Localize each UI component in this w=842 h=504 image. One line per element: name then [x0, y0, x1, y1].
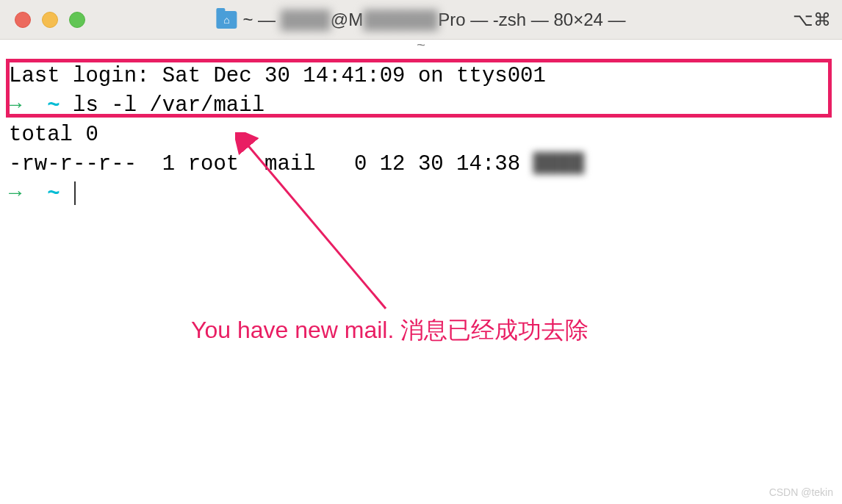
- watermark: CSDN @tekin: [769, 486, 833, 498]
- title-blurred-user: ████: [281, 10, 331, 30]
- ls-filename-blurred: ████: [533, 152, 585, 176]
- prompt-tilde-icon: ~: [47, 93, 60, 118]
- prompt-tilde-icon: ~: [47, 181, 60, 206]
- title-suffix: Pro — -zsh — 80×24 —: [438, 10, 625, 29]
- title-blurred-host: ██████: [363, 10, 438, 30]
- prompt-arrow-icon: →: [9, 93, 21, 118]
- last-login-line: Last login: Sat Dec 30 14:41:09 on ttys0…: [0, 62, 842, 91]
- title-prefix: ~ —: [242, 10, 276, 29]
- current-prompt-line[interactable]: → ~: [0, 179, 842, 209]
- terminal-window: ~ — ████@M██████Pro — -zsh — 80×24 — ⌥⌘ …: [0, 0, 842, 504]
- command-line-1: → ~ ls -l /var/mail: [0, 91, 842, 120]
- close-button[interactable]: [15, 12, 31, 28]
- minimize-button[interactable]: [42, 12, 58, 28]
- ls-permissions-output: -rw-r--r-- 1 root mail 0 12 30 14:38: [9, 152, 533, 176]
- keyboard-shortcut-hint: ⌥⌘: [793, 10, 831, 30]
- folder-icon: [216, 11, 237, 29]
- cursor: [74, 181, 76, 205]
- total-output-line: total 0: [0, 120, 842, 150]
- command-text: ls -l /var/mail: [73, 93, 265, 118]
- title-mid: @M: [331, 10, 363, 29]
- traffic-lights: [15, 12, 85, 28]
- terminal-content[interactable]: Last login: Sat Dec 30 14:41:09 on ttys0…: [0, 62, 842, 209]
- tab-indicator: ~: [417, 37, 425, 54]
- annotation-text: You have new mail. 消息已经成功去除: [191, 314, 589, 347]
- window-titlebar[interactable]: ~ — ████@M██████Pro — -zsh — 80×24 — ⌥⌘ …: [0, 0, 842, 40]
- window-title: ~ — ████@M██████Pro — -zsh — 80×24 —: [216, 10, 625, 30]
- ls-output-line: -rw-r--r-- 1 root mail 0 12 30 14:38 ███…: [0, 150, 842, 179]
- prompt-arrow-icon: →: [9, 181, 21, 206]
- maximize-button[interactable]: [69, 12, 85, 28]
